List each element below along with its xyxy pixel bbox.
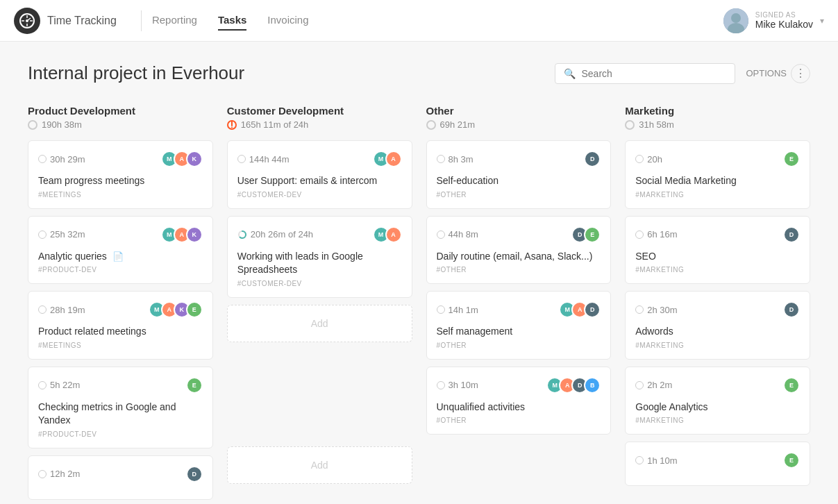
card-avatars: E bbox=[783, 151, 800, 167]
task-card-ot4[interactable]: 3h 10m M A D B Unqualified activities #O… bbox=[426, 367, 612, 435]
column-header-other: Other 69h 21m bbox=[426, 105, 612, 130]
add-task-button-cd[interactable]: Add bbox=[227, 305, 412, 342]
avatar bbox=[723, 8, 748, 33]
card-name: Unqualified activities bbox=[437, 401, 601, 414]
search-input[interactable] bbox=[581, 68, 726, 79]
card-timer-icon bbox=[38, 230, 47, 239]
logo-icon bbox=[14, 8, 40, 34]
document-icon: 📄 bbox=[112, 251, 124, 262]
card-time-row: 25h 32m bbox=[38, 229, 85, 240]
card-top: 44h 8m D E bbox=[437, 226, 601, 243]
user-name: Mike Kulakov bbox=[755, 19, 813, 30]
nav-reporting[interactable]: Reporting bbox=[152, 10, 197, 31]
column-time-customer-dev: 165h 11m of 24h bbox=[227, 119, 412, 130]
card-name: Product related meetings bbox=[38, 325, 203, 339]
avatar: D bbox=[186, 466, 203, 482]
add-task-button-cd2[interactable]: Add bbox=[227, 446, 412, 484]
card-time-row: 30h 29m bbox=[38, 154, 85, 165]
card-timer-icon bbox=[635, 230, 644, 239]
card-time: 5h 22m bbox=[50, 380, 80, 390]
task-card-pd2[interactable]: 25h 32m M A K Analytic queries 📄 #PRODUC… bbox=[28, 216, 213, 285]
card-name: Team progress meetings bbox=[38, 174, 203, 188]
svg-point-11 bbox=[231, 126, 233, 128]
avatar: D bbox=[783, 301, 800, 318]
card-time-row: 12h 2m bbox=[38, 469, 80, 479]
task-card-pd1[interactable]: 30h 29m M A K Team progress meetings #ME… bbox=[28, 140, 213, 209]
avatar: E bbox=[584, 226, 601, 243]
card-avatars: D bbox=[584, 151, 601, 167]
card-avatars: E bbox=[186, 377, 203, 394]
column-title-marketing: Marketing bbox=[625, 105, 810, 117]
card-top: 20h E bbox=[635, 151, 800, 167]
logo[interactable]: Time Tracking bbox=[14, 8, 117, 34]
options-button[interactable]: OPTIONS ⋮ bbox=[746, 64, 810, 83]
task-card-cd2[interactable]: 20h 26m of 24h M A Working with leads in… bbox=[227, 216, 412, 298]
column-time-marketing: 31h 58m bbox=[625, 119, 810, 130]
card-avatars: M A K E bbox=[149, 301, 203, 318]
card-avatars: M A bbox=[373, 226, 402, 243]
more-options-icon[interactable]: ⋮ bbox=[791, 64, 810, 83]
header: Time Tracking Reporting Tasks Invoicing … bbox=[0, 0, 838, 42]
task-card-mk2[interactable]: 6h 16m D SEO #MARKETING bbox=[625, 216, 810, 285]
avatar: K bbox=[186, 151, 203, 167]
task-card-pd5[interactable]: 12h 2m D bbox=[28, 455, 213, 500]
card-name: Self management bbox=[437, 325, 601, 339]
card-timer-icon bbox=[38, 381, 47, 389]
nav-invoicing[interactable]: Invoicing bbox=[267, 10, 308, 31]
avatar: E bbox=[186, 301, 203, 318]
card-avatars: M A bbox=[373, 151, 402, 167]
budget-progress-icon bbox=[237, 230, 247, 240]
card-avatars: M A D bbox=[559, 301, 601, 318]
card-name: Social Media Marketing bbox=[635, 174, 800, 188]
card-top: 14h 1m M A D bbox=[437, 301, 601, 318]
avatar: B bbox=[584, 377, 601, 394]
card-timer-icon bbox=[38, 305, 47, 314]
card-time: 44h 8m bbox=[449, 229, 478, 240]
card-time: 6h 16m bbox=[647, 229, 677, 240]
search-box[interactable]: 🔍 bbox=[555, 63, 735, 84]
card-tag: #MEETINGS bbox=[38, 191, 203, 199]
card-avatars: M A K bbox=[161, 226, 203, 243]
task-card-cd1[interactable]: 144h 44m M A User Support: emails & inte… bbox=[227, 140, 412, 209]
column-header-marketing: Marketing 31h 58m bbox=[625, 105, 810, 130]
card-timer-icon bbox=[635, 155, 644, 163]
user-menu[interactable]: SIGNED AS Mike Kulakov ▾ bbox=[723, 8, 824, 33]
card-name: Daily routine (email, Asana, Slack...) bbox=[437, 250, 601, 264]
card-top: 28h 19m M A K E bbox=[38, 301, 203, 318]
card-tag: #MARKETING bbox=[635, 191, 800, 199]
time-circle-icon bbox=[625, 120, 635, 130]
task-card-mk3[interactable]: 2h 30m D Adwords #MARKETING bbox=[625, 291, 810, 360]
card-tag: #MARKETING bbox=[635, 266, 800, 274]
main-nav: Reporting Tasks Invoicing bbox=[152, 10, 723, 31]
budget-warning-icon bbox=[227, 120, 237, 130]
card-top: 6h 16m D bbox=[635, 226, 800, 243]
card-top: 144h 44m M A bbox=[237, 151, 402, 167]
card-avatars: D E bbox=[571, 226, 601, 243]
column-total-time: 31h 58m bbox=[639, 119, 674, 130]
task-card-mk4[interactable]: 2h 2m E Google Analytics #MARKETING bbox=[625, 367, 810, 435]
card-avatars: E bbox=[783, 452, 800, 469]
task-card-ot3[interactable]: 14h 1m M A D Self management #OTHER bbox=[426, 291, 612, 360]
task-card-ot1[interactable]: 8h 3m D Self-education #OTHER bbox=[426, 140, 612, 209]
card-tag: #OTHER bbox=[437, 266, 601, 274]
card-time-row: 20h 26m of 24h bbox=[237, 229, 313, 240]
card-time-row: 20h bbox=[635, 154, 662, 165]
kanban-board: Product Development 190h 38m 30h 29m M A… bbox=[28, 105, 810, 504]
card-time-row: 2h 30m bbox=[635, 305, 677, 315]
page-header: Internal project in Everhour 🔍 OPTIONS ⋮ bbox=[28, 62, 810, 84]
card-timer-icon bbox=[635, 381, 644, 389]
avatar: E bbox=[783, 151, 800, 167]
card-time: 8h 3m bbox=[449, 154, 474, 165]
avatar: E bbox=[783, 377, 800, 394]
card-top: 8h 3m D bbox=[437, 151, 601, 167]
card-timer-icon bbox=[437, 381, 445, 389]
task-card-pd3[interactable]: 28h 19m M A K E Product related meetings… bbox=[28, 291, 213, 360]
nav-tasks[interactable]: Tasks bbox=[218, 10, 246, 31]
task-card-mk5[interactable]: 1h 10m E bbox=[625, 442, 810, 486]
column-time-product-dev: 190h 38m bbox=[28, 119, 213, 130]
task-card-ot2[interactable]: 44h 8m D E Daily routine (email, Asana, … bbox=[426, 216, 612, 285]
card-time-row: 5h 22m bbox=[38, 380, 80, 390]
task-card-mk1[interactable]: 20h E Social Media Marketing #MARKETING bbox=[625, 140, 810, 209]
task-card-pd4[interactable]: 5h 22m E Checking metrics in Google and … bbox=[28, 367, 213, 448]
card-time: 28h 19m bbox=[50, 305, 85, 315]
